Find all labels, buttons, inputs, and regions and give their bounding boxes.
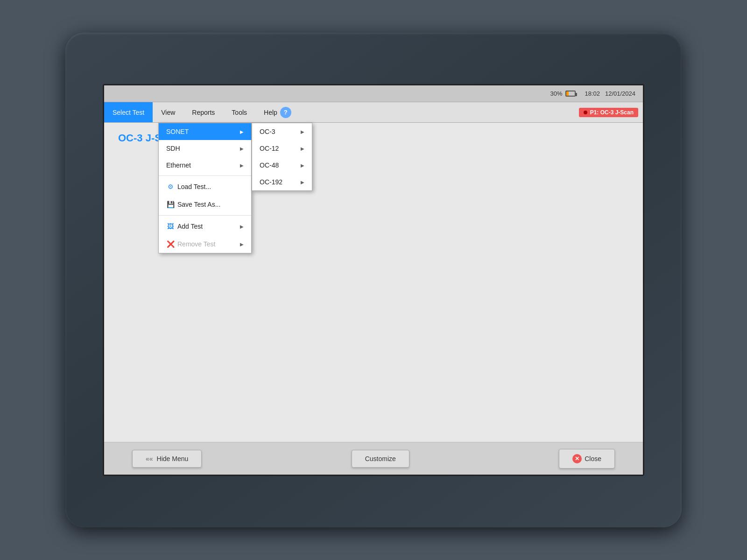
- ethernet-arrow: ▶: [240, 163, 244, 168]
- submenu-item-oc192[interactable]: OC-192 ▶: [252, 174, 312, 190]
- menu-item-view[interactable]: View: [153, 102, 183, 122]
- load-test-label: Load Test...: [177, 183, 211, 190]
- bottom-bar: «« Hide Menu Customize ✕ Close: [104, 442, 643, 475]
- main-content: OC-3 J-Scan SONET ▶ SDH: [104, 123, 643, 442]
- oc192-arrow: ▶: [301, 180, 304, 185]
- add-icon: 🖼: [166, 222, 175, 231]
- select-test-dropdown: SONET ▶ SDH ▶ Ethernet: [158, 123, 252, 253]
- menu-item-tools[interactable]: Tools: [223, 102, 255, 122]
- dropdown-item-sdh[interactable]: SDH ▶: [159, 140, 251, 157]
- divider-1: [159, 175, 251, 176]
- oc3-label: OC-3: [260, 128, 275, 135]
- gear-icon: ⚙: [166, 182, 175, 191]
- help-icon: ?: [280, 107, 291, 118]
- add-test-arrow: ▶: [240, 224, 244, 229]
- submenu-item-oc12[interactable]: OC-12 ▶: [252, 140, 312, 157]
- remove-test-arrow: ▶: [240, 242, 244, 247]
- oc12-arrow: ▶: [301, 146, 304, 151]
- menu-bar: Select Test View Reports Tools Help ? P1…: [104, 102, 643, 123]
- oc192-label: OC-192: [260, 178, 282, 186]
- oc3-arrow: ▶: [301, 129, 304, 134]
- sdh-label: SDH: [166, 145, 180, 152]
- time: 18:02: [585, 90, 600, 97]
- dropdown-item-ethernet[interactable]: Ethernet ▶: [159, 157, 251, 174]
- active-test-badge: P1: OC-3 J-Scan: [579, 108, 638, 117]
- dropdown-item-remove-test[interactable]: ❌ Remove Test ▶: [159, 235, 251, 253]
- sonet-label: SONET: [166, 128, 189, 135]
- hide-menu-button[interactable]: «« Hide Menu: [132, 450, 202, 468]
- submenu-item-oc3[interactable]: OC-3 ▶: [252, 123, 312, 140]
- menu-item-select-test[interactable]: Select Test: [104, 102, 153, 122]
- submenu-item-oc48[interactable]: OC-48 ▶: [252, 157, 312, 174]
- sonet-arrow: ▶: [240, 129, 244, 134]
- battery-icon: [565, 91, 576, 97]
- dropdown-overlay: SONET ▶ SDH ▶ Ethernet: [104, 123, 643, 442]
- battery-info: 30%: [550, 90, 576, 97]
- remove-icon: ❌: [166, 240, 175, 248]
- dropdown-item-add-test[interactable]: 🖼 Add Test ▶: [159, 217, 251, 235]
- customize-button[interactable]: Customize: [352, 450, 409, 468]
- device-frame: 30% 18:02 12/01/2024 Select Test View Re…: [65, 33, 682, 527]
- save-icon: 💾: [166, 200, 175, 209]
- oc48-arrow: ▶: [301, 163, 304, 168]
- badge-dot: [584, 111, 587, 114]
- menu-item-help[interactable]: Help ?: [255, 102, 300, 122]
- menu-item-reports[interactable]: Reports: [183, 102, 223, 122]
- hide-menu-label: Hide Menu: [157, 455, 189, 462]
- oc48-label: OC-48: [260, 161, 279, 169]
- customize-label: Customize: [365, 455, 396, 462]
- remove-test-label: Remove Test: [177, 240, 215, 248]
- datetime: 18:02 12/01/2024: [585, 90, 635, 97]
- hide-menu-icon: ««: [146, 455, 153, 462]
- date: 12/01/2024: [605, 90, 635, 97]
- battery-percent: 30%: [550, 90, 563, 97]
- ethernet-label: Ethernet: [166, 161, 191, 169]
- divider-2: [159, 215, 251, 216]
- dropdown-item-sonet[interactable]: SONET ▶: [159, 123, 251, 140]
- status-bar: 30% 18:02 12/01/2024: [104, 85, 643, 102]
- add-test-label: Add Test: [177, 223, 203, 230]
- oc12-label: OC-12: [260, 145, 279, 152]
- save-test-label: Save Test As...: [177, 201, 220, 208]
- dropdown-item-load-test[interactable]: ⚙ Load Test...: [159, 178, 251, 196]
- close-label: Close: [585, 455, 601, 462]
- close-icon: ✕: [572, 454, 582, 463]
- sonet-submenu: OC-3 ▶ OC-12 ▶ OC-48 ▶ OC-192 ▶: [252, 123, 312, 191]
- close-button[interactable]: ✕ Close: [559, 449, 615, 469]
- dropdown-item-save-test[interactable]: 💾 Save Test As...: [159, 196, 251, 213]
- screen: 30% 18:02 12/01/2024 Select Test View Re…: [103, 84, 644, 476]
- sdh-arrow: ▶: [240, 146, 244, 151]
- active-test-label: P1: OC-3 J-Scan: [590, 109, 634, 116]
